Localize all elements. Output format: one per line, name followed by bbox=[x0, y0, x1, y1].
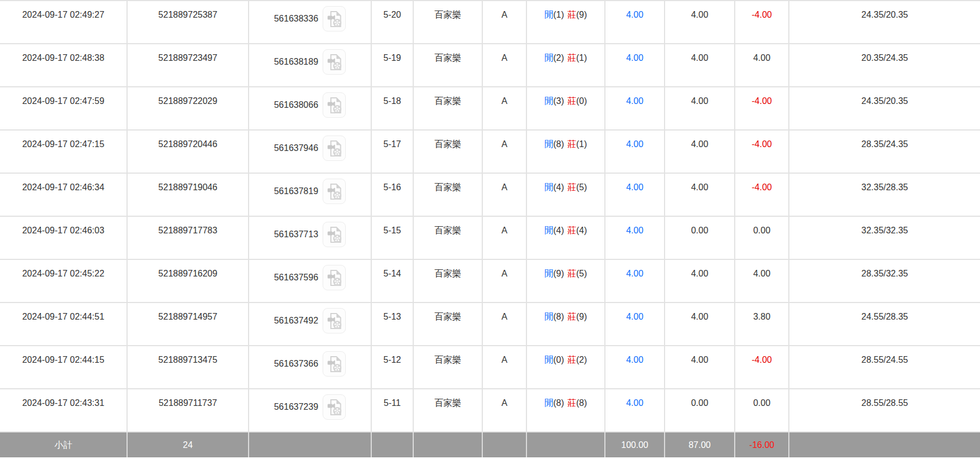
banker-result-score: (9) bbox=[576, 312, 587, 321]
video-film-document-icon bbox=[327, 54, 342, 71]
bet-time-cell: 2024-09-17 02:47:15 bbox=[0, 130, 127, 173]
bet-time-cell: 2024-09-17 02:49:27 bbox=[0, 1, 127, 44]
valid-amount-cell: 0.00 bbox=[665, 216, 735, 259]
round-cell: 5-17 bbox=[371, 130, 413, 173]
table-code-cell: A bbox=[482, 173, 526, 216]
bet-amount-link[interactable]: 4.00 bbox=[605, 87, 665, 130]
round-cell: 5-13 bbox=[371, 302, 413, 346]
winloss-cell: -4.00 bbox=[735, 1, 789, 44]
player-result-label: 閒 bbox=[544, 139, 553, 149]
bet-row: 2024-09-17 02:47:15 521889720446 5616379… bbox=[0, 130, 980, 173]
round-cell: 5-15 bbox=[371, 216, 413, 259]
bet-row: 2024-09-17 02:43:31 521889711737 5616372… bbox=[0, 389, 980, 432]
game-id-value: 561637946 bbox=[274, 143, 318, 154]
bet-id-cell: 521889714957 bbox=[127, 302, 249, 346]
round-cell: 5-20 bbox=[371, 1, 413, 44]
valid-amount-cell: 4.00 bbox=[665, 302, 735, 346]
game-type-cell: 百家樂 bbox=[413, 44, 482, 87]
banker-result-label: 莊 bbox=[567, 53, 576, 62]
game-type-cell: 百家樂 bbox=[413, 216, 482, 259]
subtotal-count: 24 bbox=[127, 432, 249, 457]
banker-result-score: (0) bbox=[576, 96, 587, 106]
result-cell: 閒(8)莊(1) bbox=[526, 130, 605, 173]
video-replay-button[interactable] bbox=[323, 308, 346, 333]
result-cell: 閒(9)莊(5) bbox=[526, 259, 605, 302]
game-id-value: 561637239 bbox=[274, 401, 318, 413]
valid-amount-cell: 4.00 bbox=[665, 87, 735, 130]
banker-result-score: (1) bbox=[576, 139, 587, 149]
game-id-cell: 561638336 bbox=[249, 1, 371, 44]
banker-result-label: 莊 bbox=[567, 355, 576, 364]
player-result-score: (2) bbox=[553, 53, 564, 62]
player-result-label: 閒 bbox=[544, 53, 553, 62]
bet-amount-link[interactable]: 4.00 bbox=[605, 389, 665, 432]
subtotal-empty-cell bbox=[526, 432, 605, 457]
balance-cell: 28.35/24.35 bbox=[789, 130, 980, 173]
video-replay-button[interactable] bbox=[323, 49, 346, 75]
balance-cell: 24.35/20.35 bbox=[789, 87, 980, 130]
subtotal-empty-cell bbox=[249, 432, 371, 457]
player-result-score: (8) bbox=[553, 139, 564, 149]
video-film-document-icon bbox=[327, 140, 342, 157]
subtotal-empty-cell bbox=[482, 432, 526, 457]
bet-amount-link[interactable]: 4.00 bbox=[605, 130, 665, 173]
round-cell: 5-11 bbox=[371, 389, 413, 432]
banker-result-label: 莊 bbox=[567, 398, 576, 408]
bet-time-cell: 2024-09-17 02:44:15 bbox=[0, 346, 127, 389]
bet-time-cell: 2024-09-17 02:45:22 bbox=[0, 259, 127, 302]
bet-id-cell: 521889723497 bbox=[127, 44, 249, 87]
banker-result-label: 莊 bbox=[567, 269, 576, 278]
subtotal-winloss-total: -16.00 bbox=[735, 432, 789, 457]
game-type-cell: 百家樂 bbox=[413, 173, 482, 216]
game-id-value: 561637713 bbox=[274, 229, 318, 240]
video-replay-button[interactable] bbox=[323, 394, 346, 420]
bet-amount-link[interactable]: 4.00 bbox=[605, 302, 665, 346]
video-replay-button[interactable] bbox=[323, 92, 346, 118]
banker-result-label: 莊 bbox=[567, 312, 576, 321]
bet-amount-link[interactable]: 4.00 bbox=[605, 173, 665, 216]
video-replay-button[interactable] bbox=[323, 135, 346, 161]
table-code-cell: A bbox=[482, 346, 526, 389]
result-cell: 閒(4)莊(4) bbox=[526, 216, 605, 259]
video-replay-button[interactable] bbox=[323, 351, 346, 377]
bet-amount-link[interactable]: 4.00 bbox=[605, 259, 665, 302]
banker-result-score: (5) bbox=[576, 182, 587, 192]
video-replay-button[interactable] bbox=[323, 179, 346, 204]
bet-time-cell: 2024-09-17 02:47:59 bbox=[0, 87, 127, 130]
bet-amount-link[interactable]: 4.00 bbox=[605, 216, 665, 259]
video-film-document-icon bbox=[327, 399, 342, 416]
bet-row: 2024-09-17 02:46:03 521889717783 5616377… bbox=[0, 216, 980, 259]
bet-id-cell: 521889716209 bbox=[127, 259, 249, 302]
bet-amount-link[interactable]: 4.00 bbox=[605, 44, 665, 87]
bet-amount-link[interactable]: 4.00 bbox=[605, 346, 665, 389]
subtotal-empty-cell bbox=[413, 432, 482, 457]
game-id-value: 561638189 bbox=[274, 56, 318, 67]
winloss-cell: -4.00 bbox=[735, 346, 789, 389]
subtotal-empty-cell bbox=[371, 432, 413, 457]
result-cell: 閒(1)莊(9) bbox=[526, 1, 605, 44]
video-replay-button[interactable] bbox=[323, 222, 346, 247]
banker-result-score: (2) bbox=[576, 355, 587, 364]
video-replay-button[interactable] bbox=[323, 265, 346, 290]
bet-amount-link[interactable]: 4.00 bbox=[605, 1, 665, 44]
subtotal-bet-total: 100.00 bbox=[605, 432, 665, 457]
banker-result-label: 莊 bbox=[567, 182, 576, 192]
balance-cell: 28.55/24.55 bbox=[789, 346, 980, 389]
game-id-value: 561637366 bbox=[274, 358, 318, 369]
winloss-cell: -4.00 bbox=[735, 173, 789, 216]
banker-result-score: (8) bbox=[576, 398, 587, 408]
result-cell: 閒(4)莊(5) bbox=[526, 173, 605, 216]
video-replay-button[interactable] bbox=[323, 6, 346, 32]
round-cell: 5-16 bbox=[371, 173, 413, 216]
banker-result-label: 莊 bbox=[567, 226, 576, 235]
game-id-cell: 561637239 bbox=[249, 389, 371, 432]
result-cell: 閒(3)莊(0) bbox=[526, 87, 605, 130]
table-code-cell: A bbox=[482, 87, 526, 130]
subtotal-valid-total: 87.00 bbox=[665, 432, 735, 457]
bet-row: 2024-09-17 02:48:38 521889723497 5616381… bbox=[0, 44, 980, 87]
banker-result-score: (1) bbox=[576, 53, 587, 62]
game-id-value: 561637492 bbox=[274, 315, 318, 326]
game-id-value: 561638336 bbox=[274, 13, 318, 24]
round-cell: 5-12 bbox=[371, 346, 413, 389]
balance-cell: 28.55/28.55 bbox=[789, 389, 980, 432]
